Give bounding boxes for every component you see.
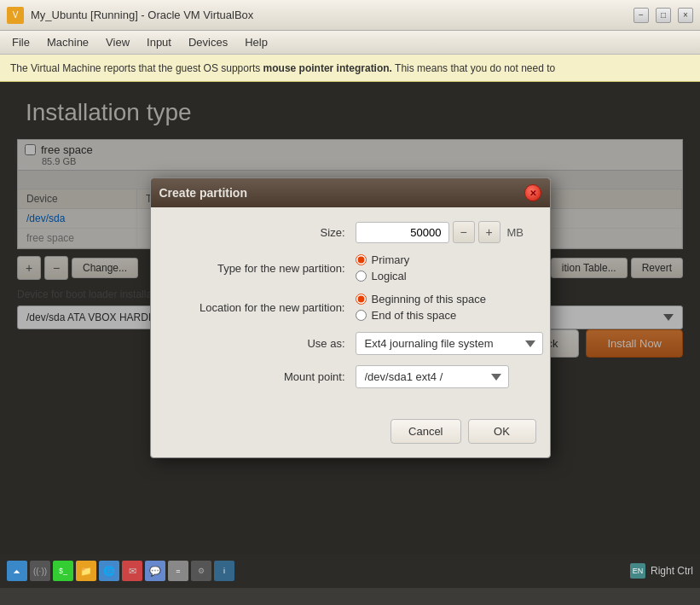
- vm-content: Installation type free space 85.9 GB Dev…: [0, 82, 700, 588]
- type-radio-group: Primary Logical: [356, 253, 410, 282]
- dialog-title: Create partition: [159, 186, 247, 200]
- modal-overlay: Create partition ✕ Size: − + MB T: [0, 82, 700, 554]
- type-logical-label: Logical: [372, 270, 407, 282]
- type-primary-radio[interactable]: [356, 254, 367, 265]
- menu-bar: File Machine View Input Devices Help: [0, 31, 700, 55]
- window-title: My_Ubuntu [Running] - Oracle VM VirtualB…: [31, 9, 633, 21]
- size-increase-button[interactable]: +: [478, 221, 500, 243]
- location-beginning-label: Beginning of this space: [372, 293, 486, 305]
- maximize-button[interactable]: □: [656, 8, 671, 23]
- taskbar-icon-terminal[interactable]: $_: [53, 561, 73, 581]
- taskbar-icon-calc[interactable]: =: [168, 561, 188, 581]
- right-ctrl-label: Right Ctrl: [651, 565, 693, 577]
- taskbar-icon-email[interactable]: ✉: [122, 561, 142, 581]
- location-end-label: End of this space: [372, 309, 457, 322]
- mount-point-row: Mount point: /dev/sda1 ext4 /: [168, 365, 533, 388]
- size-label: Size:: [168, 226, 356, 239]
- mount-point-label: Mount point:: [168, 370, 356, 383]
- window-controls: − □ ×: [633, 8, 693, 23]
- location-label: Location for the new partition:: [168, 301, 356, 314]
- dialog-body: Size: − + MB Type for the new partition:: [151, 207, 550, 412]
- cancel-button[interactable]: Cancel: [390, 419, 460, 444]
- taskbar-icon-sys2[interactable]: i: [214, 561, 234, 581]
- type-row: Type for the new partition: Primary Logi…: [168, 253, 533, 282]
- notification-bar: The Virtual Machine reports that the gue…: [0, 55, 700, 82]
- location-radio-group: Beginning of this space End of this spac…: [356, 293, 486, 322]
- size-row: Size: − + MB: [168, 221, 533, 243]
- taskbar-icons: ⏶ ((·)) $_ 📁 🌐 ✉ 💬 = ⚙ i: [7, 561, 234, 581]
- notification-text: The Virtual Machine reports that the gue…: [10, 62, 555, 74]
- app-icon: V: [7, 7, 24, 24]
- notification-bold: mouse pointer integration.: [263, 62, 392, 74]
- size-unit: MB: [507, 226, 524, 239]
- type-label: Type for the new partition:: [168, 262, 356, 275]
- taskbar-icon-files[interactable]: 📁: [76, 561, 96, 581]
- location-beginning-option[interactable]: Beginning of this space: [356, 293, 486, 305]
- taskbar-icon-net[interactable]: ⏶: [7, 561, 27, 581]
- location-end-radio[interactable]: [356, 310, 367, 321]
- location-end-option[interactable]: End of this space: [356, 309, 486, 322]
- use-as-row: Use as: Ext4 journaling file system: [168, 332, 533, 355]
- mount-point-select[interactable]: /dev/sda1 ext4 /: [356, 365, 509, 388]
- type-primary-label: Primary: [372, 253, 410, 266]
- taskbar-icon-browser[interactable]: 🌐: [99, 561, 119, 581]
- menu-devices[interactable]: Devices: [180, 32, 236, 52]
- title-bar: V My_Ubuntu [Running] - Oracle VM Virtua…: [0, 0, 700, 31]
- size-input[interactable]: [356, 222, 449, 243]
- type-logical-radio[interactable]: [356, 271, 367, 282]
- menu-view[interactable]: View: [97, 32, 138, 52]
- size-input-group: − + MB: [356, 221, 524, 243]
- create-partition-dialog: Create partition ✕ Size: − + MB T: [150, 177, 551, 458]
- dialog-titlebar: Create partition ✕: [151, 178, 550, 207]
- location-row: Location for the new partition: Beginnin…: [168, 293, 533, 322]
- menu-help[interactable]: Help: [236, 32, 276, 52]
- menu-machine[interactable]: Machine: [38, 32, 97, 52]
- menu-file[interactable]: File: [3, 32, 38, 52]
- dialog-footer: Cancel OK: [151, 412, 550, 457]
- close-button[interactable]: ×: [678, 8, 693, 23]
- type-primary-option[interactable]: Primary: [356, 253, 410, 266]
- taskbar-icon-chat[interactable]: 💬: [145, 561, 165, 581]
- location-beginning-radio[interactable]: [356, 294, 367, 305]
- size-decrease-button[interactable]: −: [453, 221, 475, 243]
- app-icon-text: V: [13, 10, 19, 20]
- taskbar-icon-wifi[interactable]: ((·)): [30, 561, 50, 581]
- taskbar-icon-sys1[interactable]: ⚙: [191, 561, 211, 581]
- dialog-close-button[interactable]: ✕: [524, 184, 541, 201]
- use-as-select[interactable]: Ext4 journaling file system: [356, 332, 543, 355]
- use-as-label: Use as:: [168, 337, 356, 350]
- type-logical-option[interactable]: Logical: [356, 270, 410, 282]
- minimize-button[interactable]: −: [633, 8, 649, 23]
- taskbar-right: EN Right Ctrl: [630, 563, 693, 579]
- taskbar-flag-icon[interactable]: EN: [630, 563, 645, 579]
- menu-input[interactable]: Input: [138, 32, 180, 52]
- ok-button[interactable]: OK: [468, 419, 536, 444]
- taskbar: ⏶ ((·)) $_ 📁 🌐 ✉ 💬 = ⚙ i EN Right Ctrl: [0, 554, 700, 588]
